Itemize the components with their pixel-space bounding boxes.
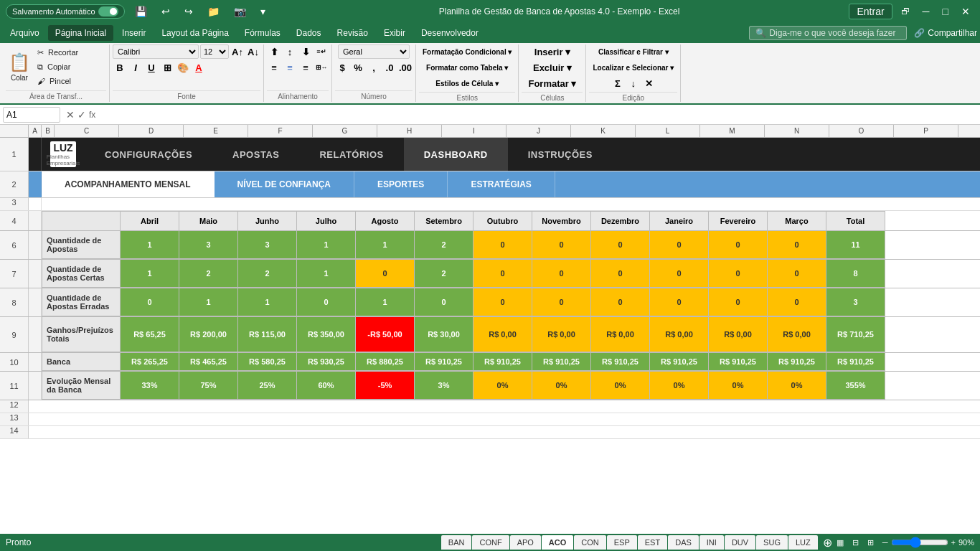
decrease-font-button[interactable]: A↓ bbox=[246, 44, 260, 59]
cell-r0-c2: 3 bbox=[238, 231, 297, 259]
page-break-icon[interactable]: ⊞ bbox=[867, 538, 874, 547]
sum-button[interactable]: Σ bbox=[611, 76, 625, 90]
sort-filter-button[interactable]: Classificar e Filtrar ▾ bbox=[595, 44, 672, 59]
search-bar[interactable]: 🔍 Diga-me o que você deseja fazer bbox=[749, 26, 907, 40]
clear-button[interactable]: ✕ bbox=[642, 76, 656, 90]
format-cells-button[interactable]: Formatar ▾ bbox=[522, 76, 583, 90]
border-button[interactable]: ⊞ bbox=[160, 60, 174, 75]
align-middle-button[interactable]: ↕ bbox=[283, 44, 297, 59]
login-button[interactable]: Entrar bbox=[849, 4, 892, 19]
menu-layout[interactable]: Layout da Página bbox=[154, 25, 235, 41]
format-table-button[interactable]: Formatar como Tabela ▾ bbox=[423, 60, 512, 75]
menu-desenvolvedor[interactable]: Desenvolvedor bbox=[414, 25, 486, 41]
sheet-tab-luz[interactable]: LUZ bbox=[788, 535, 818, 550]
sheet-tab-ban[interactable]: BAN bbox=[441, 535, 472, 550]
font-name-select[interactable]: Calibri bbox=[113, 44, 199, 59]
zoom-out-button[interactable]: ─ bbox=[882, 538, 888, 547]
insert-function-icon[interactable]: fx bbox=[89, 110, 95, 120]
insert-cells-button[interactable]: Inserir ▾ bbox=[528, 44, 577, 59]
subtab-nivel[interactable]: NÍVEL DE CONFIANÇA bbox=[215, 171, 354, 197]
redo-icon[interactable]: ↪ bbox=[180, 4, 197, 19]
menu-inserir[interactable]: Inserir bbox=[115, 25, 153, 41]
cancel-formula-icon[interactable]: ✕ bbox=[66, 109, 75, 121]
menu-formulas[interactable]: Fórmulas bbox=[237, 25, 288, 41]
sheet-tab-conf[interactable]: CONF bbox=[472, 535, 509, 550]
decrease-decimal-button[interactable]: .00 bbox=[398, 60, 413, 75]
cut-button[interactable]: ✂Recortar bbox=[34, 46, 106, 59]
paste-button[interactable]: 📋 Colar bbox=[6, 45, 33, 88]
delete-cells-button[interactable]: Excluir ▾ bbox=[527, 60, 578, 75]
font-size-select[interactable]: 12 bbox=[200, 44, 229, 59]
subtab-esportes[interactable]: ESPORTES bbox=[354, 171, 448, 197]
menu-revisao[interactable]: Revisão bbox=[330, 25, 375, 41]
align-top-button[interactable]: ⬆ bbox=[267, 44, 281, 59]
fill-button[interactable]: ↓ bbox=[626, 76, 641, 90]
align-center-button[interactable]: ≡ bbox=[283, 60, 297, 75]
maximize-button[interactable]: □ bbox=[938, 4, 953, 19]
italic-button[interactable]: I bbox=[128, 60, 143, 75]
sheet-tab-con[interactable]: CON bbox=[574, 535, 606, 550]
font-color-button[interactable]: A bbox=[192, 60, 206, 75]
align-left-button[interactable]: ≡ bbox=[267, 60, 281, 75]
sheet-tab-duv[interactable]: DUV bbox=[725, 535, 755, 550]
format-painter-button[interactable]: 🖌Pincel bbox=[34, 75, 106, 88]
cell-styles-button[interactable]: Estilos de Célula ▾ bbox=[432, 76, 502, 90]
save-icon[interactable]: 💾 bbox=[131, 4, 151, 19]
formula-input[interactable] bbox=[98, 110, 980, 120]
autosave-toggle[interactable]: Salvamento Automático bbox=[6, 4, 125, 19]
subtab-estrategias[interactable]: ESTRATÉGIAS bbox=[448, 171, 555, 197]
menu-pagina-inicial[interactable]: Página Inicial bbox=[48, 25, 113, 41]
align-right-button[interactable]: ≡ bbox=[298, 60, 313, 75]
find-select-button[interactable]: Localizar e Selecionar ▾ bbox=[589, 60, 677, 75]
restore-icon[interactable]: 🗗 bbox=[897, 5, 914, 18]
cell-r2-c3: 0 bbox=[297, 288, 356, 316]
increase-decimal-button[interactable]: .0 bbox=[382, 60, 397, 75]
app-header: LUZ Planilhas Empresariais CONFIGURAÇÕES… bbox=[42, 138, 980, 171]
sheet-tab-esp[interactable]: ESP bbox=[607, 535, 637, 550]
sheet-tab-ini[interactable]: INI bbox=[699, 535, 724, 550]
conditional-format-button[interactable]: Formatação Condicional ▾ bbox=[419, 44, 515, 59]
confirm-formula-icon[interactable]: ✓ bbox=[77, 109, 86, 121]
sheet-tab-das[interactable]: DAS bbox=[668, 535, 699, 550]
increase-font-button[interactable]: A↑ bbox=[230, 44, 245, 59]
sheet-tab-aco[interactable]: ACO bbox=[542, 535, 573, 550]
sheet-tab-apo[interactable]: APO bbox=[510, 535, 541, 550]
underline-button[interactable]: U bbox=[144, 60, 159, 75]
merge-button[interactable]: ⊞↔ bbox=[314, 60, 329, 75]
currency-button[interactable]: $ bbox=[335, 60, 349, 75]
customize-icon[interactable]: ▾ bbox=[256, 4, 270, 19]
comma-button[interactable]: , bbox=[367, 60, 381, 75]
undo-icon[interactable]: ↩ bbox=[157, 4, 174, 19]
menu-arquivo[interactable]: Arquivo bbox=[3, 25, 47, 41]
status-right: ▦ ⊟ ⊞ ─ + 90% bbox=[837, 537, 974, 548]
nav-dashboard[interactable]: DASHBOARD bbox=[404, 138, 508, 171]
nav-configuracoes[interactable]: CONFIGURAÇÕES bbox=[85, 138, 212, 171]
menu-dados[interactable]: Dados bbox=[289, 25, 329, 41]
copy-button[interactable]: ⧉Copiar bbox=[34, 60, 106, 73]
nav-relatorios[interactable]: RELATÓRIOS bbox=[299, 138, 403, 171]
minimize-button[interactable]: ─ bbox=[918, 4, 934, 19]
nav-instrucoes[interactable]: INSTRUÇÕES bbox=[508, 138, 613, 171]
nav-apostas[interactable]: APOSTAS bbox=[212, 138, 299, 171]
share-button[interactable]: 🔗 Compartilhar bbox=[914, 28, 977, 38]
close-button[interactable]: ✕ bbox=[957, 4, 974, 19]
bold-button[interactable]: B bbox=[113, 60, 127, 75]
menu-exibir[interactable]: Exibir bbox=[377, 25, 413, 41]
percent-button[interactable]: % bbox=[351, 60, 365, 75]
name-box[interactable] bbox=[3, 107, 60, 123]
save-local-icon[interactable]: 📁 bbox=[203, 4, 224, 19]
fill-color-button[interactable]: 🎨 bbox=[176, 60, 190, 75]
sheet-tab-est[interactable]: EST bbox=[638, 535, 667, 550]
subtab-acompanhamento[interactable]: ACOMPANHAMENTO MENSAL bbox=[42, 171, 215, 197]
align-bottom-button[interactable]: ⬇ bbox=[298, 44, 313, 59]
camera-icon[interactable]: 📷 bbox=[230, 4, 250, 19]
page-layout-icon[interactable]: ⊟ bbox=[852, 538, 859, 547]
zoom-slider[interactable] bbox=[891, 537, 948, 548]
number-format-select[interactable]: Geral bbox=[338, 44, 410, 59]
cell-a2 bbox=[29, 171, 42, 197]
wrap-text-button[interactable]: ≡↵ bbox=[314, 44, 329, 59]
zoom-in-button[interactable]: + bbox=[951, 538, 956, 547]
add-sheet-button[interactable]: ⊕ bbox=[819, 536, 837, 550]
normal-view-icon[interactable]: ▦ bbox=[837, 538, 844, 547]
sheet-tab-sug[interactable]: SUG bbox=[756, 535, 788, 550]
